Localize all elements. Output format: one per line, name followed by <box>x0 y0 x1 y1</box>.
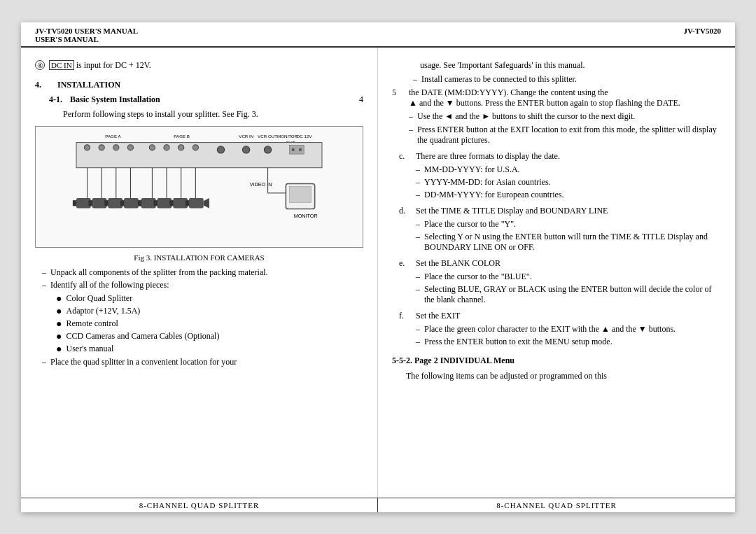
subsection41: 4-1. Basic System Installation 4 Perform… <box>49 94 363 120</box>
footer-right: 8-CHANNEL QUAD SPLITTER <box>378 498 735 512</box>
header-left: JV-TV5020 USER'S MANUAL USER'S MANUAL <box>21 22 378 48</box>
bullet-text-5: User's manual <box>66 344 113 354</box>
svg-point-20 <box>292 148 295 150</box>
bullet-text-3: Remote control <box>66 318 118 329</box>
number5-label: 5 <box>392 87 409 108</box>
alpha-content-c: There are three formats to display the d… <box>416 151 721 162</box>
dash-mm-text: MM-DD-YYYY: for U.S.A. <box>424 164 721 175</box>
list-item: ● User's manual <box>56 344 363 354</box>
dash-icon-place-blue: – <box>416 272 420 282</box>
dash-icon-place-exit: – <box>416 324 420 335</box>
header-title-right: JV-TV5020 <box>392 27 721 35</box>
bullet-text-1: Color Quad Splitter <box>66 293 132 304</box>
dash-text-2: Identify all of the following pieces: <box>50 280 363 290</box>
dash-item-1: – Unpack all components of the splitter … <box>42 267 363 278</box>
subsection41-title: Basic System Installation <box>70 94 160 104</box>
dash-icon-dd: – <box>416 190 420 200</box>
svg-text:PAGE A: PAGE A <box>105 134 121 139</box>
dash-select-blue: – Selecting BLUE, GRAY or BLACK using th… <box>416 284 721 305</box>
dash-icon-2: – <box>42 280 46 290</box>
bullet-dot: ● <box>56 344 62 354</box>
svg-rect-52 <box>186 200 189 206</box>
top-headers: JV-TV5020 USER'S MANUAL USER'S MANUAL JV… <box>21 22 735 48</box>
main-content: ④ DC IN is input for DC + 12V. 4. INSTAL… <box>21 48 735 498</box>
subsection41-page: 4 <box>359 94 363 105</box>
header-title-line1: JV-TV5020 USER'S MANUAL <box>35 27 364 35</box>
svg-text:PAGE B: PAGE B <box>174 134 190 139</box>
svg-rect-40 <box>120 200 124 206</box>
dash-item-2: – Identify all of the following pieces: <box>42 280 363 290</box>
svg-text:MONITOR: MONITOR <box>277 134 298 139</box>
bullet-dot: ● <box>56 294 62 304</box>
dc-in-paragraph: ④ DC IN is input for DC + 12V. <box>35 59 363 71</box>
dash-icon-1: – <box>42 267 46 278</box>
svg-point-14 <box>178 144 184 150</box>
alpha-item-e: e. Set the BLANK COLOR <box>399 258 721 269</box>
list-item: ● Remote control <box>56 318 363 329</box>
svg-marker-53 <box>204 198 209 208</box>
dash-item-3: – Place the quad splitter in a convenien… <box>42 357 363 367</box>
dash-use-text: Use the ◄ and the ► buttons to shift the… <box>417 111 721 122</box>
header-title-line2: USER'S MANUAL <box>35 35 364 43</box>
svg-rect-46 <box>153 200 157 206</box>
usage-text: usage. See 'Important Safeguards' in thi… <box>420 59 721 71</box>
installation-diagram: PAGE A PAGE B VCR IN VCR OUT MONITOR OUT… <box>35 126 363 248</box>
alpha-content-d: Set the TIME & TITLE Display and BOUNDAR… <box>416 206 721 216</box>
dash-select-y: – Selecting Y or N using the ENTER butto… <box>416 232 721 253</box>
dash-icon-press-enter: – <box>416 337 420 347</box>
circle-4: ④ <box>35 60 45 70</box>
list-item: ● Adaptor (+12V, 1.5A) <box>56 306 363 316</box>
dash-icon-mm: – <box>416 164 420 175</box>
dash-use: – Use the ◄ and the ► buttons to shift t… <box>409 111 721 122</box>
alpha-label-e: e. <box>399 258 416 269</box>
bullet-dot: ● <box>56 332 62 342</box>
dash-text-1: Unpack all components of the splitter fr… <box>50 267 363 278</box>
section552-title: 5-5-2. Page 2 INDIVIDUAL Menu <box>392 356 514 365</box>
svg-point-16 <box>217 146 224 153</box>
header-right: JV-TV5020 <box>378 22 735 48</box>
para5-text2: ▲ and the ▼ buttons. Press the ENTER but… <box>409 98 680 108</box>
dash-select-y-text: Selecting Y or N using the ENTER button … <box>424 232 721 253</box>
alpha-content-f: Set the EXIT <box>416 311 721 321</box>
svg-point-15 <box>192 144 198 150</box>
footer-left: 8-CHANNEL QUAD SPLITTER <box>21 498 378 512</box>
number5-content: the DATE (MM:DD:YYYY). Change the conten… <box>409 87 721 108</box>
alpha-label-d: d. <box>399 206 416 216</box>
section552-header: 5-5-2. Page 2 INDIVIDUAL Menu <box>392 354 721 367</box>
dash-press-enter-text: Press the ENTER button to exit the MENU … <box>424 337 721 347</box>
dash-icon-place-y: – <box>416 219 420 230</box>
svg-point-11 <box>127 144 133 150</box>
dc-in-text: is input for DC + 12V. <box>74 60 151 70</box>
dash-yyyy-text: YYYY-MM-DD: for Asian countries. <box>424 177 721 188</box>
dash-dd-text: DD-MM-YYYY: for European countries. <box>424 190 721 200</box>
dash-press-text: Press ENTER button at the EXIT location … <box>417 125 721 146</box>
bullet-dot: ● <box>56 307 62 316</box>
svg-rect-34 <box>89 200 92 206</box>
dash-place-exit: – Place the green color character to the… <box>416 324 721 335</box>
bullet-dot: ● <box>56 319 62 329</box>
dash-icon-select-y: – <box>416 232 420 253</box>
svg-text:VCR IN: VCR IN <box>239 134 253 139</box>
dash-dd: – DD-MM-YYYY: for European countries. <box>416 190 721 200</box>
left-column: ④ DC IN is input for DC + 12V. 4. INSTAL… <box>21 48 378 498</box>
subsection41-intro: Perform following steps to install your … <box>63 108 363 120</box>
dash-icon-use: – <box>409 111 413 122</box>
section5-block: 5 the DATE (MM:DD:YYYY). Change the cont… <box>392 87 721 108</box>
dash-icon-3: – <box>42 357 46 367</box>
usage-text-span: usage. See 'Important Safeguards' in thi… <box>420 60 585 70</box>
alpha-item-d: d. Set the TIME & TITLE Display and BOUN… <box>399 206 721 216</box>
svg-point-9 <box>99 144 104 150</box>
bullet-text-4: CCD Cameras and Camera Cables (Optional) <box>66 331 219 342</box>
dash-place-y: – Place the cursor to the "Y". <box>416 219 721 230</box>
page-container: JV-TV5020 USER'S MANUAL USER'S MANUAL JV… <box>21 22 735 512</box>
dash-icon: – <box>413 74 417 85</box>
dash-select-blue-text: Selecting BLUE, GRAY or BLACK using the … <box>424 284 721 305</box>
section552-text: The following items can be adjusted or p… <box>406 370 721 382</box>
dash-mm: – MM-DD-YYYY: for U.S.A. <box>416 164 721 175</box>
dash-text-3: Place the quad splitter in a convenient … <box>50 357 363 367</box>
list-item: ● Color Quad Splitter <box>56 293 363 304</box>
dash-press-enter: – Press the ENTER button to exit the MEN… <box>416 337 721 347</box>
alpha-label-f: f. <box>399 311 416 321</box>
svg-text:VCR OUT: VCR OUT <box>258 134 277 139</box>
diagram-caption: Fig 3. INSTALLATION FOR CAMERAS <box>35 253 363 262</box>
